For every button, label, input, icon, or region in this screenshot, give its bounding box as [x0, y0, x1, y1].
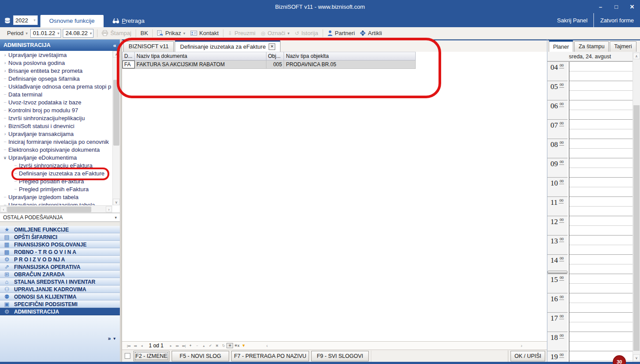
tree-item[interactable]: ┄ Pregled poslatih eFaktura [0, 177, 112, 185]
tree-expand-icon[interactable]: › [2, 131, 8, 136]
prior-record-icon[interactable]: ◂ [138, 344, 145, 348]
bk-button[interactable]: BK [138, 29, 151, 38]
oznaci-dropdown[interactable]: ◎ Označi ▾ [258, 29, 292, 38]
tree-expand-icon[interactable]: › [2, 68, 8, 73]
tree-item[interactable]: ┄ Data terminal [0, 90, 112, 98]
column-header[interactable]: Obj... [266, 52, 284, 60]
hide-panel-link[interactable]: Sakrij Panel [551, 13, 593, 27]
tree-expand-icon[interactable]: ┄ [2, 92, 8, 97]
prikaz-dropdown[interactable]: Prikaz ▾ [155, 29, 188, 38]
column-header[interactable]: Naziv tipa objeklta [284, 52, 416, 60]
scrollbar-thumb[interactable] [633, 105, 640, 351]
half-hour-slot[interactable] [569, 149, 633, 158]
refresh-icon[interactable]: ↻ [220, 344, 227, 348]
tree-vertical-scrollbar[interactable]: ∧ ∨ [112, 51, 120, 205]
close-button[interactable]: ✕ [628, 4, 636, 10]
planner-scrollbar[interactable]: ∧ ∨ [633, 52, 640, 362]
tree-item[interactable]: ┄ Izvrši sinhronizaciju/replikaciju [0, 114, 112, 122]
more-categories-icon[interactable]: » [108, 335, 111, 342]
sidebar-category[interactable]: ⚙ P R O I Z V O D NJ A [0, 256, 120, 263]
preuzmi-button[interactable]: ⇩ Preuzmi [225, 29, 258, 38]
f7-pretraga-button[interactable]: F7 - PRETRAGA PO NAZIVU [231, 351, 309, 361]
tree-item[interactable]: ┄ Usklađivanje odnosa cena prema stopi p [0, 82, 112, 90]
tree-item[interactable]: › BizniSoft statusi i dnevnici [0, 122, 112, 130]
half-hour-slot[interactable] [569, 158, 633, 168]
kontakt-button[interactable]: Kontakt [188, 29, 221, 38]
half-hour-slot[interactable] [569, 187, 633, 197]
tree-item[interactable]: › Upravljanje izveštajima [0, 51, 112, 59]
tab-biznisoft-home[interactable]: BIZNISOFT v11 [123, 41, 174, 52]
tree-item[interactable]: › Brisanje entiteta bez prometa [0, 67, 112, 75]
scroll-up-icon[interactable]: ∧ [113, 51, 120, 57]
tree-item[interactable]: ┄ Uvoz-Izvoz podataka iz baze [0, 98, 112, 106]
tree-item[interactable]: ∨ Upravljanje eDokumentima [0, 153, 112, 161]
current-time-marker[interactable] [547, 271, 568, 274]
half-hour-slot[interactable] [569, 120, 633, 129]
half-hour-slot[interactable] [569, 71, 633, 81]
tab-tajmeri[interactable]: Tajmeri [610, 41, 636, 52]
half-hour-slot[interactable] [569, 129, 633, 139]
tree-expand-icon[interactable]: ┄ [2, 76, 8, 81]
sidebar-category[interactable]: ⌂ STALNA SREDSTVA I INVENTAR [0, 278, 120, 285]
tree-expand-icon[interactable]: › [2, 123, 8, 128]
scroll-down-icon[interactable]: ∨ [633, 354, 640, 361]
last-record-icon[interactable]: ▸▸| [180, 344, 187, 348]
half-hour-slot[interactable] [569, 207, 633, 216]
half-hour-slot[interactable] [569, 216, 633, 226]
prior-page-icon[interactable]: ◂◂ [132, 344, 138, 348]
print-button[interactable]: Štampaj [99, 29, 134, 38]
half-hour-slot[interactable] [569, 168, 633, 178]
tree-expand-icon[interactable]: ┄ [2, 195, 8, 200]
half-hour-slot[interactable] [569, 245, 633, 255]
f5-novi-slog-button[interactable]: F5 - NOVI SLOG [172, 351, 229, 361]
tree-item[interactable]: ┄ Upravljanje izgledom tabela [0, 193, 112, 201]
post-edit-icon[interactable]: ✔ [207, 344, 213, 348]
period-dropdown[interactable]: Period ▾ [4, 29, 30, 38]
other-settings-dropdown[interactable]: OSTALA PODEŠAVANJA ▾ [0, 213, 120, 222]
remove-filter-icon[interactable]: ✳x [233, 343, 240, 348]
half-hour-slot[interactable] [569, 342, 633, 351]
scroll-right-icon[interactable]: › [106, 206, 112, 212]
tree-expand-icon[interactable]: ┄ [2, 139, 8, 144]
tree-expand-icon[interactable]: ┄ [12, 171, 19, 176]
close-forms-link[interactable]: Zatvori forme [593, 13, 640, 27]
half-hour-slot[interactable] [569, 332, 633, 342]
half-hour-slot[interactable] [569, 236, 633, 245]
f2-izmene-button[interactable]: F2 - IZMENE [133, 351, 169, 361]
edit-record-icon[interactable]: ▴ [200, 344, 207, 348]
ok-upisi-button[interactable]: OK / UPIŠI [511, 351, 545, 361]
half-hour-slot[interactable] [569, 303, 633, 313]
half-hour-slot[interactable] [569, 139, 633, 149]
tab-za-stampu[interactable]: Za štampu [574, 41, 609, 52]
tree-item[interactable]: ┄ Izvrši sinhronizaciju eFaktura [0, 161, 112, 169]
collapse-panel-icon[interactable]: « [113, 42, 116, 49]
tab-pretraga[interactable]: Pretraga [104, 15, 154, 27]
scroll-down-icon[interactable]: ∨ [113, 199, 120, 205]
sidebar-category[interactable]: ▦ FINANSIJSKO POSLOVANJE [0, 241, 120, 248]
minimize-button[interactable]: – [596, 4, 605, 10]
half-hour-slot[interactable] [569, 100, 633, 110]
artikli-button[interactable]: Artikli [357, 29, 385, 38]
table-row[interactable]: FA FAKTURA SA AKCIJSKIM RABATOM 005 PROD… [122, 61, 416, 69]
date-from-input[interactable]: 01.01.22 ▾ [30, 29, 61, 38]
tree-expand-icon[interactable]: ┄ [12, 163, 19, 168]
tree-expand-icon[interactable]: ┄ [2, 147, 8, 152]
maximize-button[interactable]: □ [612, 4, 621, 10]
istorija-button[interactable]: ↺ Istorija [292, 29, 320, 38]
tab-planer[interactable]: Planer [549, 40, 573, 52]
tree-expand-icon[interactable]: ┄ [2, 108, 8, 113]
f9-svi-slogovi-button[interactable]: F9 - SVI SLOGOVI [311, 351, 369, 361]
next-record-icon[interactable]: ▸ [167, 344, 174, 348]
cell-doc-type[interactable]: FA [122, 61, 135, 68]
half-hour-slot[interactable] [569, 264, 633, 274]
half-hour-slot[interactable] [569, 293, 633, 303]
sidebar-category[interactable]: ★ OMILJENE FUNKCIJE [0, 226, 120, 233]
tab-osnovne-funkcije[interactable]: Osnovne funkcije [40, 15, 104, 27]
tree-item[interactable]: › Nova poslovna godina [0, 59, 112, 67]
tree-item[interactable]: ┄ Upravljanje sinhronizacijom tabela [0, 201, 112, 205]
scroll-left-icon[interactable]: ‹ [263, 343, 270, 348]
tree-expand-icon[interactable]: › [2, 60, 8, 65]
column-header[interactable]: Naziv tipa dokumenta [135, 52, 266, 60]
year-selector[interactable]: 2022 ▾ [13, 15, 38, 25]
tree-expand-icon[interactable]: ┄ [12, 187, 19, 192]
